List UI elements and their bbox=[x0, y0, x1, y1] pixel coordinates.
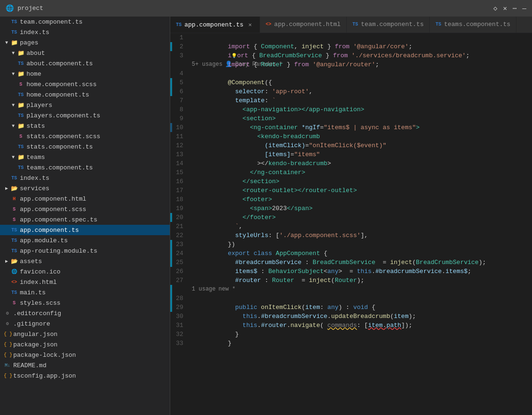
sidebar-item-home-folder[interactable]: ▼ 📁 home bbox=[0, 69, 170, 79]
sidebar-item-about-component-ts[interactable]: TS about.component.ts bbox=[0, 58, 170, 69]
ts-tab-icon: TS bbox=[436, 22, 441, 27]
scss-icon: S bbox=[17, 134, 25, 139]
tab-team-component-ts[interactable]: TS team.component.ts bbox=[347, 17, 430, 33]
chevron-right-icon: ▶ bbox=[4, 258, 9, 264]
sidebar-item-home-component-ts[interactable]: TS home.component.ts bbox=[0, 89, 170, 100]
sidebar-item-angular-json[interactable]: { } angular.json bbox=[0, 329, 170, 339]
code-line-5: selector: 'app-root', bbox=[191, 78, 523, 87]
sidebar-item-teams-component-ts[interactable]: TS teams.component.ts bbox=[0, 162, 170, 173]
chevron-down-icon: ▼ bbox=[10, 155, 16, 160]
spec-icon: S bbox=[10, 217, 18, 222]
globe-icon: 🌐 bbox=[6, 4, 14, 12]
line-numbers: 1 2 3 4 5 6 7 8 9 10 11 12 13 14 15 16 1… bbox=[172, 33, 191, 415]
html-icon: <> bbox=[10, 280, 18, 285]
sidebar-item-teams-folder[interactable]: ▼ 📁 teams bbox=[0, 152, 170, 162]
scss-icon: S bbox=[10, 207, 18, 212]
sidebar-item-stats-component-ts[interactable]: TS stats.component.ts bbox=[0, 141, 170, 152]
json-icon: { } bbox=[4, 342, 11, 347]
code-editor[interactable]: 1 2 3 4 5 6 7 8 9 10 11 12 13 14 15 16 1… bbox=[170, 33, 532, 415]
html-tab-icon: <> bbox=[266, 22, 271, 27]
tab-close-button[interactable]: ✕ bbox=[246, 21, 254, 28]
sidebar-item-readme-md[interactable]: M↓ README.md bbox=[0, 360, 170, 371]
sidebar-item-index-ts-1[interactable]: TS index.ts bbox=[0, 27, 170, 37]
sidebar-item-pages-folder[interactable]: ▼ 📁 pages bbox=[0, 37, 170, 48]
tab-label: team.component.ts bbox=[361, 21, 424, 28]
json-icon: { } bbox=[4, 332, 11, 337]
folder-open-icon: 📁 bbox=[17, 50, 25, 57]
diamond-icon[interactable]: ◇ bbox=[493, 4, 497, 12]
tab-app-component-ts[interactable]: TS app.component.ts ✕ bbox=[170, 17, 260, 33]
sidebar-item-styles-scss[interactable]: S styles.scss bbox=[0, 298, 170, 308]
sidebar-item-main-ts[interactable]: TS main.ts bbox=[0, 287, 170, 298]
close-icon[interactable]: ✕ bbox=[503, 4, 507, 12]
ico-icon: 🌐 bbox=[10, 269, 18, 274]
sidebar-item-players-component-ts[interactable]: TS players.component.ts bbox=[0, 110, 170, 121]
code-line-33 bbox=[191, 339, 523, 348]
sidebar-item-index-ts-2[interactable]: TS index.ts bbox=[0, 173, 170, 183]
more-icon[interactable]: ⋯ bbox=[513, 4, 516, 12]
sidebar-item-gitignore[interactable]: ⚙ .gitignore bbox=[0, 318, 170, 329]
sidebar-item-stats-component-scss[interactable]: S stats.component.scss bbox=[0, 131, 170, 141]
folder-icon: 📂 bbox=[10, 258, 18, 265]
code-line-9: <ng-container *ngIf="items$ | async as i… bbox=[191, 114, 523, 123]
code-line-26: #router : Router = inject(Router); bbox=[191, 267, 523, 276]
inline-usage-hint: 1 usage new * bbox=[191, 285, 523, 294]
code-line-30: this.#router.navigate( commands: [item.p… bbox=[191, 312, 523, 321]
sidebar-item-players-folder[interactable]: ▼ 📁 players bbox=[0, 100, 170, 110]
code-line-29: this.#breadcrumbService.updateBreadcrumb… bbox=[191, 303, 523, 312]
sidebar-item-app-component-spec-ts[interactable]: S app.component.spec.ts bbox=[0, 214, 170, 225]
code-line-14: </ng-container> bbox=[191, 159, 523, 168]
sidebar-item-app-component-ts[interactable]: TS app.component.ts bbox=[0, 225, 170, 235]
folder-open-icon: 📁 bbox=[17, 102, 25, 109]
tab-label: teams.component.ts bbox=[444, 21, 510, 28]
code-line-16: <router-outlet></router-outlet> bbox=[191, 177, 523, 186]
sidebar-item-tsconfig-app-json[interactable]: { } tsconfig.app.json bbox=[0, 371, 170, 381]
sidebar-item-home-component-scss[interactable]: S home.component.scss bbox=[0, 79, 170, 89]
title-bar-text: project bbox=[17, 5, 489, 12]
code-line-4: @Component({ bbox=[191, 69, 523, 78]
sidebar-item-index-html[interactable]: <> index.html bbox=[0, 277, 170, 287]
sidebar-item-assets-folder[interactable]: ▶ 📂 assets bbox=[0, 256, 170, 266]
code-line-12: [items]="items" bbox=[191, 141, 523, 150]
code-line-25: items$ : BehaviorSubject<any> = this.#br… bbox=[191, 258, 523, 267]
sidebar-item-app-component-scss[interactable]: S app.component.scss bbox=[0, 204, 170, 214]
code-line-1: import { Component, inject } from '@angu… bbox=[191, 33, 523, 42]
ts-tab-icon: TS bbox=[352, 22, 358, 27]
file-explorer: TS team.component.ts TS index.ts ▼ 📁 pag… bbox=[0, 17, 170, 415]
sidebar-item-package-json[interactable]: { } package.json bbox=[0, 339, 170, 350]
tabs-bar: TS app.component.ts ✕ <> app.component.h… bbox=[170, 17, 532, 33]
chevron-down-icon: ▼ bbox=[10, 71, 16, 77]
ts-icon: TS bbox=[17, 61, 25, 66]
scss-icon: S bbox=[17, 82, 25, 87]
ts-icon: TS bbox=[10, 290, 18, 295]
ts-icon: TS bbox=[10, 248, 18, 254]
sidebar-item-app-module-ts[interactable]: TS app.module.ts bbox=[0, 235, 170, 246]
code-line-27 bbox=[191, 276, 523, 285]
gitignore-icon: ⚙ bbox=[4, 321, 11, 327]
sidebar-item-stats-folder[interactable]: ▼ 📁 stats bbox=[0, 121, 170, 131]
ts-tab-icon: TS bbox=[176, 22, 182, 27]
code-line-28: public onItemClick(item: any) : void { bbox=[191, 294, 523, 303]
sidebar-item-favicon-ico[interactable]: 🌐 favicon.ico bbox=[0, 266, 170, 277]
sidebar-item-about-folder[interactable]: ▼ 📁 about bbox=[0, 48, 170, 58]
code-line-18: <span>2023</span> bbox=[191, 195, 523, 204]
code-line-31: } bbox=[191, 321, 523, 330]
sidebar-item-app-routing-module-ts[interactable]: TS app-routing.module.ts bbox=[0, 246, 170, 256]
sidebar-item-team-component-ts[interactable]: TS team.component.ts bbox=[0, 17, 170, 27]
code-line-7: <app-navigation></app-navigation> bbox=[191, 96, 523, 105]
chevron-down-icon: ▼ bbox=[4, 40, 9, 45]
chevron-right-icon: ▶ bbox=[4, 185, 9, 191]
ts-icon: TS bbox=[10, 238, 18, 243]
sidebar-item-package-lock-json[interactable]: { } package-lock.json bbox=[0, 350, 170, 360]
tab-app-component-html[interactable]: <> app.component.html bbox=[260, 17, 347, 33]
code-content[interactable]: import { Component, inject } from '@angu… bbox=[191, 33, 532, 415]
sidebar-item-editorconfig[interactable]: ⚙ .editorconfig bbox=[0, 308, 170, 318]
ts-icon: TS bbox=[10, 228, 18, 233]
json-icon: { } bbox=[4, 373, 11, 379]
tab-teams-component-ts[interactable]: TS teams.component.ts bbox=[430, 17, 516, 33]
code-line-19: </footer> bbox=[191, 204, 523, 213]
json-icon: { } bbox=[4, 353, 11, 358]
minimize-icon[interactable]: — bbox=[523, 5, 526, 12]
sidebar-item-app-component-html[interactable]: H app.component.html bbox=[0, 194, 170, 204]
sidebar-item-services-folder[interactable]: ▶ 📂 services bbox=[0, 183, 170, 194]
